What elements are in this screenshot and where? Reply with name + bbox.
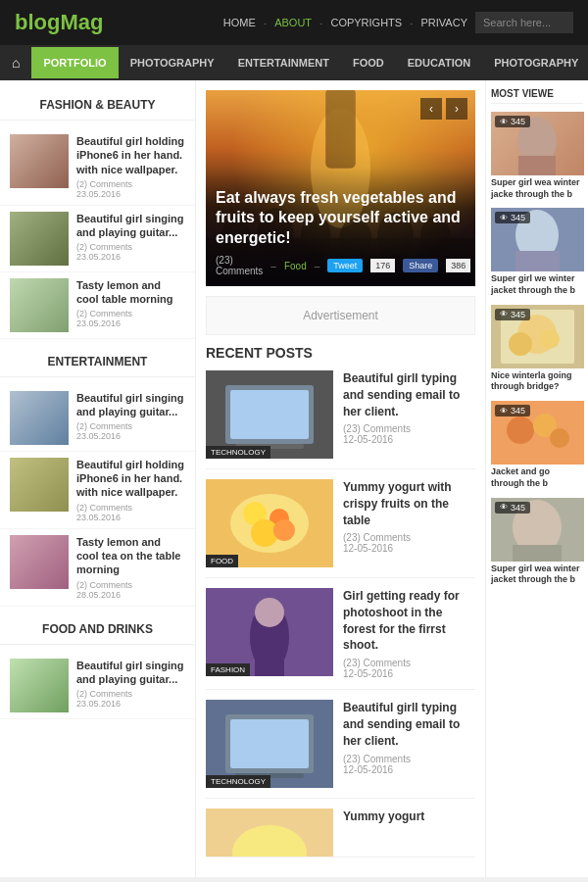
recent-post-info-2: Yummy yogurt with crispy fruits on the t… — [343, 479, 475, 567]
featured-comments: (23) Comments — [216, 255, 263, 276]
nav-item-entertainment[interactable]: ENTERTAINMENT — [226, 47, 341, 78]
svg-rect-22 — [255, 637, 284, 676]
nav-about[interactable]: ABOUT — [274, 17, 312, 28]
mv-thumb-2: 👁 345 — [491, 208, 584, 271]
nav-item-food[interactable]: FOOD — [341, 47, 396, 78]
sidebar-post-date: 23.05.2016 — [76, 189, 185, 199]
sidebar-post-date: 23.05.2016 — [76, 252, 185, 262]
recent-thumb-1: TECHNOLOGY — [206, 370, 333, 459]
sidebar-post-title: Beautiful girl holding iPhone6 in her ha… — [76, 134, 185, 176]
sidebar-thumb — [10, 134, 69, 188]
nav-sep-3: - — [410, 18, 413, 28]
post-tag-4: TECHNOLOGY — [206, 775, 270, 788]
sidebar-post-info: Beautiful girl holding iPhone6 in her ha… — [76, 134, 185, 199]
eye-icon-4: 👁 — [500, 407, 508, 416]
recent-post-comments-1: (23) Comments — [343, 423, 475, 434]
recent-post-info-5: Yummy yogurt — [343, 808, 475, 847]
sidebar-post-date: 28.05.2016 — [76, 590, 185, 600]
nav-privacy[interactable]: PRIVACY — [421, 17, 467, 28]
left-sidebar: FASHION & BEAUTY Beautiful girl holding … — [0, 80, 196, 877]
mv-views-1: 👁 345 — [495, 116, 530, 127]
svg-rect-25 — [230, 719, 309, 768]
svg-point-43 — [550, 428, 569, 448]
recent-post-title-5[interactable]: Yummy yogurt — [343, 808, 475, 825]
svg-point-18 — [273, 519, 295, 541]
recent-thumb-2: FOOD — [206, 479, 333, 567]
recent-post-info-4: Beautiful girll typing and sending email… — [343, 700, 475, 788]
mv-title-1: Super girl wea winter jacke through the … — [491, 177, 583, 200]
sidebar-post-comments: (2) Comments — [76, 179, 185, 189]
mv-title-3: Nice winterla going through bridge? — [491, 370, 583, 393]
list-item: Beautiful girl singing and playing guita… — [0, 385, 195, 452]
recent-post-date-2: 12-05-2016 — [343, 543, 475, 554]
recent-post-date-3: 12-05-2016 — [343, 668, 475, 679]
sidebar-section-food: FOOD AND DRINKS Beautiful girl singing a… — [0, 614, 195, 719]
nav-item-photography2[interactable]: PHOTOGRAPHY — [482, 47, 588, 78]
featured-category: Food — [284, 261, 307, 271]
sidebar-thumb — [10, 391, 69, 445]
recent-post-comments-4: (23) Comments — [343, 754, 475, 764]
sidebar-thumb — [10, 212, 69, 266]
center-content: ‹ › Eat always fresh vegetables and frui… — [196, 80, 485, 877]
list-item: Beautiful girl singing and playing guita… — [0, 653, 195, 719]
svg-rect-34 — [515, 251, 560, 271]
svg-rect-1 — [325, 90, 356, 169]
svg-rect-11 — [230, 390, 309, 439]
list-item: TECHNOLOGY Beautiful girll typing and se… — [206, 370, 475, 469]
next-arrow-button[interactable]: › — [446, 98, 467, 120]
right-sidebar: MOST VIEWE 👁 345 Super girl wea winter j… — [485, 80, 588, 877]
nav-item-portfolio[interactable]: PORTFOLIO — [31, 47, 118, 78]
featured-image: ‹ › Eat always fresh vegetables and frui… — [206, 90, 475, 286]
nav-item-photography1[interactable]: PHOTOGRAPHY — [119, 47, 226, 78]
mv-title-5: Super girl wea winter jacket through the… — [491, 564, 583, 586]
share-button[interactable]: Share — [403, 259, 438, 272]
top-nav: HOME - ABOUT - COPYRIGHTS - PRIVACY — [223, 12, 573, 33]
recent-thumb-5 — [206, 808, 333, 858]
recent-post-title-1[interactable]: Beautiful girll typing and sending email… — [343, 370, 475, 419]
nav-item-education[interactable]: EDUCATION — [396, 47, 483, 78]
sidebar-thumb — [10, 458, 69, 512]
mv-title-2: Super girl we winter jacket through the … — [491, 273, 583, 296]
mv-thumb-3: 👁 345 — [491, 305, 584, 368]
post-tag-3: FASHION — [206, 663, 250, 676]
sidebar-post-info: Beautiful girl holding iPhone6 in her ha… — [76, 458, 185, 522]
mv-views-5: 👁 345 — [495, 502, 530, 514]
list-item: Beautiful girl holding iPhone6 in her ha… — [0, 128, 195, 206]
nav-copyrights[interactable]: COPYRIGHTS — [330, 17, 402, 28]
sidebar-post-title: Beautiful girl singing and playing guita… — [76, 212, 185, 240]
sidebar-post-info: Beautiful girl singing and playing guita… — [76, 659, 185, 712]
eye-icon-3: 👁 — [500, 310, 508, 318]
nav-sep-1: - — [264, 18, 267, 28]
sidebar-post-date: 23.05.2016 — [76, 699, 185, 709]
recent-posts-title: RECENT POSTS — [206, 345, 475, 361]
main-container: FASHION & BEAUTY Beautiful girl holding … — [0, 80, 588, 877]
svg-point-38 — [509, 332, 532, 356]
sidebar-section-entertainment: ENTERTAINMENT Beautiful girl singing and… — [0, 347, 195, 607]
svg-point-41 — [507, 416, 534, 444]
recent-post-title-4[interactable]: Beautiful girll typing and sending email… — [343, 700, 475, 749]
list-item: FASHION Girl getting ready for photoshoo… — [206, 588, 475, 690]
search-input[interactable] — [475, 12, 573, 33]
prev-arrow-button[interactable]: ‹ — [420, 98, 442, 120]
list-item: Beautiful girl singing and playing guita… — [0, 206, 195, 272]
list-item: Beautiful girl holding iPhone6 in her ha… — [0, 452, 195, 529]
nav-home[interactable]: HOME — [223, 17, 256, 28]
list-item: Tasty lemon and cool tea on the table mo… — [0, 529, 195, 607]
svg-rect-46 — [513, 545, 562, 562]
header: blogMag HOME - ABOUT - COPYRIGHTS - PRIV… — [0, 0, 588, 45]
recent-post-title-3[interactable]: Girl getting ready for photoshoot in the… — [343, 588, 475, 654]
recent-post-date-4: 12-05-2016 — [343, 764, 475, 775]
logo-text: blog — [15, 10, 60, 34]
sidebar-post-date: 23.05.2016 — [76, 431, 185, 441]
mv-views-4: 👁 345 — [495, 405, 530, 416]
mv-count-4: 345 — [511, 406, 525, 416]
sidebar-section-title-food: FOOD AND DRINKS — [0, 614, 195, 645]
recent-post-date-1: 12-05-2016 — [343, 434, 475, 445]
most-viewed-item-4: 👁 345 Jacket and go through the b — [491, 401, 583, 489]
tweet-separator: – — [315, 261, 320, 271]
recent-post-title-2[interactable]: Yummy yogurt with crispy fruits on the t… — [343, 479, 475, 528]
eye-icon-5: 👁 — [500, 503, 508, 512]
home-icon[interactable]: ⌂ — [0, 45, 31, 80]
tweet-button[interactable]: Tweet — [327, 259, 363, 272]
tweet-count: 176 — [370, 259, 395, 272]
